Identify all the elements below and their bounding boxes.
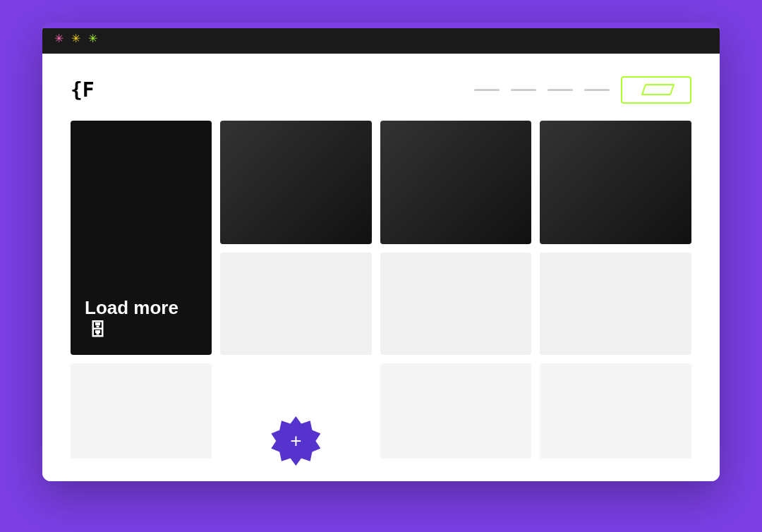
svg-marker-0 [642,85,674,95]
database-icon: 🗄 [89,320,106,341]
traffic-light-minimize[interactable]: ✳ [71,33,80,43]
dark-card-2 [380,121,532,244]
add-icon: + [290,431,301,451]
light-card-2 [380,253,532,355]
dark-card-3 [540,121,691,244]
empty-card-3 [540,363,691,459]
dash-2 [511,89,536,91]
browser-content: {F Load more 🗄 [42,54,720,481]
toolbar-right [474,76,691,104]
add-badge-container: + [220,363,372,459]
light-card-3 [540,253,691,355]
outline-button[interactable] [621,76,691,104]
logo: {F [71,78,95,102]
parallelogram-icon [635,82,677,96]
empty-card-2 [380,363,532,459]
dash-4 [584,89,610,91]
load-more-text: Load more 🗄 [85,297,198,341]
empty-card-1 [71,363,212,459]
toolbar: {F [71,76,691,104]
content-grid: Load more 🗄 + [71,121,691,459]
light-card-1 [220,253,372,355]
traffic-light-maximize[interactable]: ✳ [87,33,97,43]
dash-1 [474,89,500,91]
browser-window: ✳ ✳ ✳ {F Load more [42,23,720,481]
load-more-card[interactable]: Load more 🗄 [71,121,212,355]
dash-3 [548,89,573,91]
dark-card-1 [220,121,372,244]
purple-accent-bar [42,23,720,28]
traffic-light-close[interactable]: ✳ [54,33,64,43]
add-badge-button[interactable]: + [271,416,320,466]
